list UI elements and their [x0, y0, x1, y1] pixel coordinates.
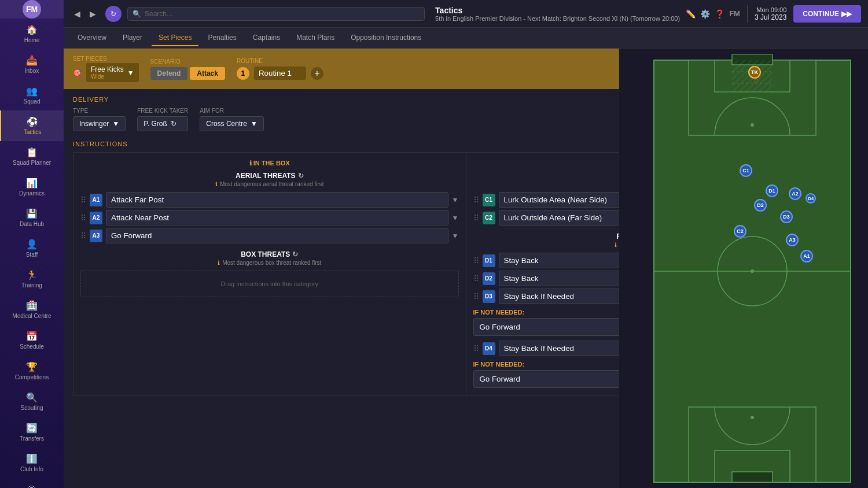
player-token-d4[interactable]: D4	[806, 193, 816, 204]
aerial-threats-title: AERIAL THREATS ↻	[80, 172, 459, 180]
aim-dropdown[interactable]: Cross Centre ▼	[200, 116, 264, 131]
tab-captains[interactable]: Captains	[246, 30, 287, 46]
tab-player[interactable]: Player	[116, 30, 149, 46]
player-token-a1[interactable]: A1	[800, 250, 813, 263]
drag-handle-d4[interactable]: ⠿	[473, 344, 479, 353]
info-icon[interactable]: ❓	[715, 9, 724, 19]
sidebar-item-club-info[interactable]: ℹ️ Club Info	[0, 448, 64, 478]
continue-button[interactable]: CONTINUE ▶▶	[793, 5, 861, 23]
sidebar-item-transfers[interactable]: 🔄 Transfers	[0, 417, 64, 448]
aim-field: AIM FOR Cross Centre ▼	[200, 108, 264, 131]
sidebar-item-scouting[interactable]: 🔍 Scouting	[0, 386, 64, 417]
svg-point-3	[751, 269, 754, 273]
competitions-icon: 🏆	[26, 361, 38, 372]
sidebar-item-data-hub[interactable]: 💾 Data Hub	[0, 202, 64, 233]
player-token-a3[interactable]: A3	[786, 234, 799, 246]
player-token-c1[interactable]: C1	[740, 164, 752, 177]
player-label-d4: D4	[808, 196, 814, 201]
player-token-d1[interactable]: D1	[766, 184, 778, 197]
tab-overview[interactable]: Overview	[71, 30, 113, 46]
drag-handle-a1[interactable]: ⠿	[80, 195, 86, 205]
tab-set-pieces[interactable]: Set Pieces	[152, 30, 198, 46]
drag-handle-d2[interactable]: ⠿	[473, 274, 479, 283]
free-kicks-dropdown[interactable]: Free Kicks Wide ▼	[86, 63, 139, 82]
player-label-a2: A2	[792, 191, 799, 197]
aerial-threats-hint: ℹ Most dangerous aerial threat ranked fi…	[80, 181, 459, 187]
sidebar-item-medical[interactable]: 🏥 Medical Centre	[0, 294, 64, 325]
type-dropdown[interactable]: Inswinger ▼	[73, 116, 126, 131]
box-threats-hint: ℹ Most dangerous box threat ranked first	[80, 260, 459, 266]
aerial-item-a1: ⠿ A1 Attack Far Post ▼	[80, 192, 459, 208]
reload-button[interactable]: ↻	[105, 6, 122, 22]
player-token-c2[interactable]: C2	[734, 225, 746, 238]
player-label-d1: D1	[768, 188, 775, 194]
back-button[interactable]: ◀	[71, 7, 84, 21]
aerial-select-a1[interactable]: Attack Far Post	[106, 192, 448, 208]
player-token-a2[interactable]: A2	[789, 187, 801, 200]
tk-dot	[754, 79, 759, 83]
forward-button[interactable]: ▶	[86, 7, 100, 21]
player-label-d2: D2	[757, 202, 764, 208]
drag-handle-c2[interactable]: ⠿	[473, 213, 479, 223]
badge-c1: C1	[483, 194, 495, 206]
sidebar-item-competitions[interactable]: 🏆 Competitions	[0, 356, 64, 386]
drag-handle-d3[interactable]: ⠿	[473, 292, 479, 301]
tab-penalties[interactable]: Penalties	[201, 30, 243, 46]
sidebar-item-tactics[interactable]: ⚽ Tactics	[0, 110, 64, 141]
drag-handle-a2[interactable]: ⠿	[80, 213, 86, 223]
dynamics-icon: 📊	[26, 178, 38, 188]
box-hint-icon: ℹ	[218, 260, 220, 266]
taker-dropdown[interactable]: P. Groß ↻	[137, 116, 188, 131]
search-bar[interactable]: 🔍 Search...	[127, 7, 425, 21]
sidebar-item-label: Club Info	[20, 466, 43, 472]
box-threats-container: BOX THREATS ↻ ℹ Most dangerous box threa…	[80, 250, 459, 297]
drag-handle-d1[interactable]: ⠿	[473, 256, 479, 265]
squad-planner-icon: 📋	[26, 147, 38, 158]
attack-button[interactable]: Attack	[190, 67, 225, 80]
box-threats-title: BOX THREATS ↻	[80, 250, 459, 258]
taker-field: FREE KICK TAKER P. Groß ↻	[137, 108, 188, 131]
defend-button[interactable]: Defend	[150, 67, 188, 80]
topbar-navigation: ◀ ▶	[71, 7, 100, 21]
aerial-select-a2[interactable]: Attack Near Post	[106, 210, 448, 225]
hint-icon: ℹ	[215, 181, 218, 187]
player-token-d3[interactable]: D3	[780, 210, 793, 223]
routine-label: ROUTINE	[237, 58, 323, 64]
aerial-select-a3[interactable]: Go Forward	[106, 228, 448, 243]
sidebar-item-training[interactable]: 🏃 Training	[0, 264, 64, 294]
player-label-a3: A3	[789, 237, 796, 243]
sidebar-item-label: Inbox	[25, 68, 39, 74]
in-the-box-title: ℹ IN THE BOX	[80, 160, 459, 167]
aerial-item-a3: ⠿ A3 Go Forward ▼	[80, 228, 459, 243]
player-label-tk: TK	[751, 69, 758, 75]
drag-drop-zone[interactable]: Drag instructions into this category	[80, 271, 459, 297]
home-icon: 🏠	[26, 24, 38, 35]
taker-refresh-icon: ↻	[171, 120, 176, 128]
tab-opposition[interactable]: Opposition Instructions	[344, 30, 428, 46]
sidebar-item-squad[interactable]: 👥 Squad	[0, 80, 64, 110]
datetime-display: Mon 09:00 3 Jul 2023	[755, 6, 786, 21]
routine-dropdown[interactable]: Routine 1	[254, 66, 306, 80]
player-token-d2[interactable]: D2	[754, 199, 767, 212]
help-icon[interactable]: ⚙️	[700, 9, 710, 19]
player-token-tk[interactable]: TK	[748, 66, 761, 79]
sidebar-item-squad-planner[interactable]: 📋 Squad Planner	[0, 141, 64, 172]
sidebar-item-label: Staff	[26, 252, 38, 258]
sidebar-item-inbox[interactable]: 📥 Inbox	[0, 49, 64, 80]
type-dropdown-arrow: ▼	[112, 120, 119, 128]
staff-icon: 👤	[26, 239, 38, 250]
sidebar-item-home[interactable]: 🏠 Home	[0, 19, 64, 49]
edit-icon[interactable]: ✏️	[686, 9, 696, 19]
sidebar-item-club-vision[interactable]: 👁 Club Vision	[0, 478, 64, 488]
drag-handle-c1[interactable]: ⠿	[473, 195, 479, 205]
time-display: Mon 09:00	[755, 6, 786, 13]
drag-handle-a3[interactable]: ⠿	[80, 231, 86, 241]
aim-dropdown-arrow: ▼	[251, 120, 258, 128]
sidebar-item-staff[interactable]: 👤 Staff	[0, 233, 64, 264]
add-routine-button[interactable]: +	[311, 67, 323, 80]
sidebar-item-dynamics[interactable]: 📊 Dynamics	[0, 172, 64, 202]
set-pieces-type-section: SET PIECES 🎯 Free Kicks Wide ▼	[73, 56, 139, 82]
tab-match-plans[interactable]: Match Plans	[289, 30, 341, 46]
search-placeholder: Search...	[145, 10, 172, 18]
sidebar-item-schedule[interactable]: 📅 Schedule	[0, 325, 64, 356]
